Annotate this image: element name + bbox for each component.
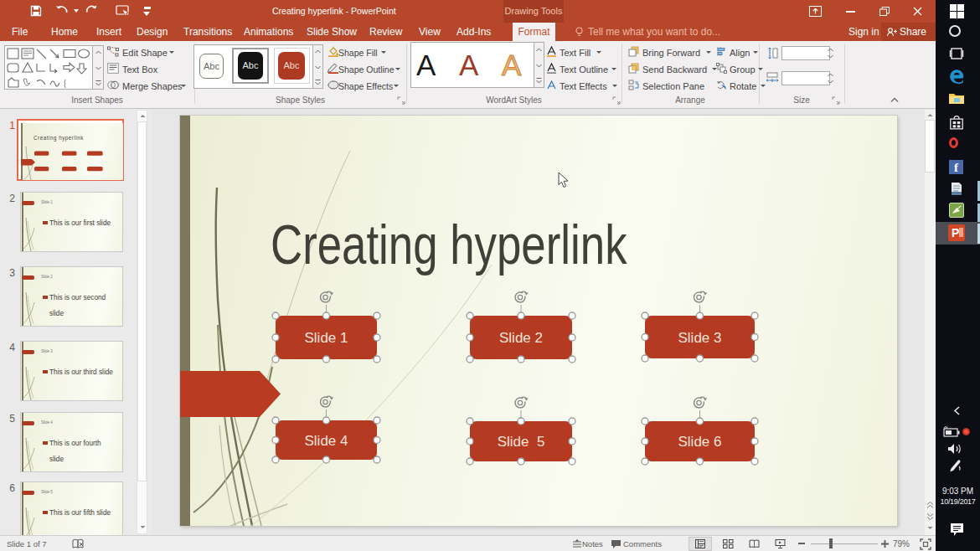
svg-text:Slide 2: Slide 2 bbox=[499, 330, 543, 346]
svg-text:Slide 4: Slide 4 bbox=[305, 433, 348, 449]
svg-text:Slide 5: Slide 5 bbox=[498, 434, 545, 450]
svg-text:Slide 6: Slide 6 bbox=[678, 434, 722, 450]
svg-text:Slide 3: Slide 3 bbox=[678, 330, 722, 346]
svg-text:Slide 1: Slide 1 bbox=[305, 330, 348, 346]
